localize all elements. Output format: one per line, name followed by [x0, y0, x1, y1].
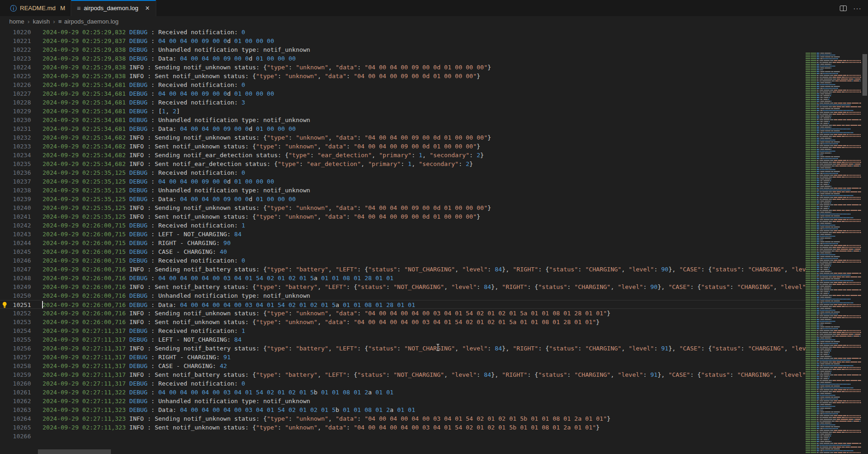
- line-number[interactable]: 10224: [0, 63, 42, 72]
- log-line[interactable]: 102232024-09-29 02:25:29,838 DEBUG : Dat…: [0, 54, 806, 63]
- line-number[interactable]: 10250: [0, 291, 42, 300]
- tab-airpods-daemon-log[interactable]: ≡ airpods_daemon.log ×: [71, 0, 156, 16]
- log-line[interactable]: 102562024-09-29 02:27:11,317 INFO : Send…: [0, 344, 806, 353]
- line-number[interactable]: 10242: [0, 221, 42, 230]
- line-number[interactable]: 10233: [0, 142, 42, 151]
- log-line[interactable]: 102282024-09-29 02:25:34,681 DEBUG : Rec…: [0, 98, 806, 107]
- log-line[interactable]: 102502024-09-29 02:26:00,716 DEBUG : Unh…: [0, 291, 806, 300]
- line-number[interactable]: 10225: [0, 72, 42, 80]
- line-number[interactable]: 10234: [0, 151, 42, 160]
- split-editor-icon[interactable]: [840, 6, 847, 11]
- log-line[interactable]: 102552024-09-29 02:27:11,317 DEBUG : LEF…: [0, 335, 806, 344]
- log-line[interactable]: 102602024-09-29 02:27:11,317 DEBUG : Rec…: [0, 379, 806, 388]
- line-number[interactable]: 10260: [0, 379, 42, 388]
- line-number[interactable]: 10255: [0, 335, 42, 344]
- line-number[interactable]: 10259: [0, 370, 42, 379]
- line-number[interactable]: 10246: [0, 256, 42, 265]
- log-line[interactable]: 102642024-09-29 02:27:11,323 INFO : Send…: [0, 414, 806, 423]
- log-line[interactable]: 102392024-09-29 02:25:35,125 DEBUG : Dat…: [0, 195, 806, 203]
- log-line[interactable]: 102492024-09-29 02:26:00,716 INFO : Sent…: [0, 282, 806, 291]
- log-line[interactable]: 102452024-09-29 02:26:00,715 DEBUG : CAS…: [0, 247, 806, 256]
- line-number[interactable]: 10227: [0, 89, 42, 98]
- log-line[interactable]: 102572024-09-29 02:27:11,317 DEBUG : RIG…: [0, 353, 806, 362]
- log-line[interactable]: 102482024-09-29 02:26:00,716 DEBUG : 04 …: [0, 274, 806, 282]
- line-number[interactable]: 10244: [0, 239, 42, 247]
- line-number[interactable]: 10237: [0, 177, 42, 186]
- line-number[interactable]: 10232: [0, 133, 42, 142]
- log-line[interactable]: 102462024-09-29 02:26:00,715 DEBUG : Rec…: [0, 256, 806, 265]
- line-number[interactable]: 10220: [0, 28, 42, 37]
- log-line[interactable]: 10266: [0, 432, 806, 441]
- log-line[interactable]: 102292024-09-29 02:25:34,681 DEBUG : [1,…: [0, 107, 806, 116]
- line-number[interactable]: 10248: [0, 274, 42, 282]
- line-number[interactable]: 10240: [0, 203, 42, 212]
- line-number[interactable]: 10229: [0, 107, 42, 116]
- horizontal-scrollbar[interactable]: [0, 449, 806, 454]
- log-line[interactable]: 102622024-09-29 02:27:11,322 DEBUG : Unh…: [0, 397, 806, 405]
- tab-readme[interactable]: ⓘ README.md M: [5, 0, 71, 16]
- lightbulb-icon[interactable]: [1, 301, 8, 308]
- line-number[interactable]: 10223: [0, 54, 42, 63]
- line-number[interactable]: 10254: [0, 326, 42, 335]
- log-line[interactable]: 102612024-09-29 02:27:11,322 DEBUG : 04 …: [0, 388, 806, 397]
- line-number[interactable]: 10243: [0, 230, 42, 239]
- line-number[interactable]: 10256: [0, 344, 42, 353]
- line-number[interactable]: 10247: [0, 265, 42, 274]
- log-line[interactable]: 102442024-09-29 02:26:00,715 DEBUG : RIG…: [0, 239, 806, 247]
- line-number[interactable]: 10258: [0, 362, 42, 370]
- vertical-scrollbar[interactable]: [862, 53, 868, 454]
- line-number[interactable]: 10221: [0, 37, 42, 45]
- log-line[interactable]: 102252024-09-29 02:25:29,838 INFO : Sent…: [0, 72, 806, 80]
- log-line[interactable]: 102212024-09-29 02:25:29,837 DEBUG : 04 …: [0, 37, 806, 45]
- more-actions-icon[interactable]: ···: [853, 4, 862, 12]
- line-number[interactable]: 10245: [0, 247, 42, 256]
- log-line[interactable]: 102342024-09-29 02:25:34,682 INFO : Send…: [0, 151, 806, 160]
- log-line[interactable]: 102432024-09-29 02:26:00,715 DEBUG : LEF…: [0, 230, 806, 239]
- line-number[interactable]: 10238: [0, 186, 42, 195]
- log-line[interactable]: 102422024-09-29 02:26:00,715 DEBUG : Rec…: [0, 221, 806, 230]
- line-number[interactable]: 10261: [0, 388, 42, 397]
- minimap[interactable]: [806, 53, 861, 454]
- log-line[interactable]: 102352024-09-29 02:25:34,682 INFO : Sent…: [0, 160, 806, 168]
- line-number[interactable]: 10226: [0, 80, 42, 89]
- line-number[interactable]: 10264: [0, 414, 42, 423]
- log-line[interactable]: 102412024-09-29 02:25:35,125 INFO : Sent…: [0, 212, 806, 221]
- vertical-scrollbar-thumb[interactable]: [862, 54, 867, 96]
- log-line[interactable]: 102362024-09-29 02:25:35,125 DEBUG : Rec…: [0, 168, 806, 177]
- breadcrumb-item-home[interactable]: home: [9, 18, 24, 25]
- line-number[interactable]: 10252: [0, 309, 42, 318]
- editor-pane[interactable]: 102202024-09-29 02:25:29,832 DEBUG : Rec…: [0, 26, 868, 454]
- log-line[interactable]: 102332024-09-29 02:25:34,682 INFO : Sent…: [0, 142, 806, 151]
- line-number[interactable]: 10231: [0, 124, 42, 133]
- line-number[interactable]: 10253: [0, 318, 42, 326]
- close-icon[interactable]: ×: [144, 4, 150, 12]
- log-line[interactable]: 102472024-09-29 02:26:00,716 INFO : Send…: [0, 265, 806, 274]
- line-number[interactable]: 10266: [0, 432, 42, 441]
- log-line[interactable]: 102262024-09-29 02:25:34,681 DEBUG : Rec…: [0, 80, 806, 89]
- line-number[interactable]: 10236: [0, 168, 42, 177]
- log-line[interactable]: 102202024-09-29 02:25:29,832 DEBUG : Rec…: [0, 28, 806, 37]
- line-number[interactable]: 10222: [0, 45, 42, 54]
- log-line[interactable]: 102652024-09-29 02:27:11,323 INFO : Sent…: [0, 423, 806, 432]
- log-line[interactable]: 102222024-09-29 02:25:29,838 DEBUG : Unh…: [0, 45, 806, 54]
- log-line[interactable]: 102632024-09-29 02:27:11,323 DEBUG : Dat…: [0, 405, 806, 414]
- log-line[interactable]: 102542024-09-29 02:27:11,317 DEBUG : Rec…: [0, 326, 806, 335]
- line-number[interactable]: 10262: [0, 397, 42, 405]
- log-line[interactable]: 102242024-09-29 02:25:29,838 INFO : Send…: [0, 63, 806, 72]
- log-line[interactable]: 102402024-09-29 02:25:35,125 INFO : Send…: [0, 203, 806, 212]
- log-line[interactable]: 102522024-09-29 02:26:00,716 INFO : Send…: [0, 309, 806, 318]
- line-number[interactable]: 10257: [0, 353, 42, 362]
- log-line[interactable]: 102322024-09-29 02:25:34,682 INFO : Send…: [0, 133, 806, 142]
- log-line[interactable]: 102532024-09-29 02:26:00,716 INFO : Sent…: [0, 318, 806, 326]
- horizontal-scrollbar-thumb[interactable]: [38, 449, 111, 454]
- log-line[interactable]: 102512024-09-29 02:26:00,716 DEBUG : Dat…: [0, 300, 806, 309]
- log-line[interactable]: 102302024-09-29 02:25:34,681 DEBUG : Unh…: [0, 116, 806, 124]
- breadcrumb-item-kavish[interactable]: kavish: [33, 18, 50, 25]
- line-number[interactable]: 10239: [0, 195, 42, 203]
- log-line[interactable]: 102582024-09-29 02:27:11,317 DEBUG : CAS…: [0, 362, 806, 370]
- log-line[interactable]: 102272024-09-29 02:25:34,681 DEBUG : 04 …: [0, 89, 806, 98]
- line-number[interactable]: 10235: [0, 160, 42, 168]
- line-number[interactable]: 10249: [0, 282, 42, 291]
- breadcrumb-item-file[interactable]: airpods_daemon.log: [64, 18, 119, 25]
- line-number[interactable]: 10263: [0, 405, 42, 414]
